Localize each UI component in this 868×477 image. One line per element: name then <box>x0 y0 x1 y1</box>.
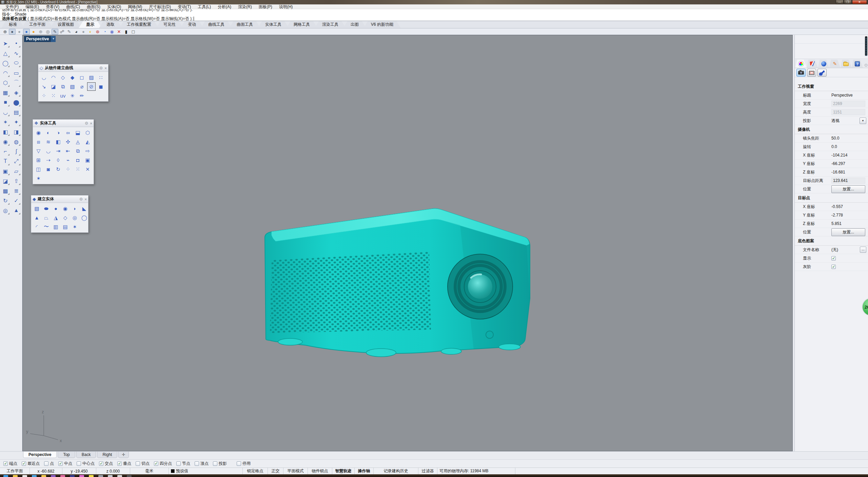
palette-title-bar[interactable]: ❖ 实体工具 ⚙ × <box>33 120 94 127</box>
palette-tool-icon[interactable]: ▽ <box>34 147 43 155</box>
sidebar-tool-icon[interactable]: ≣ <box>12 186 21 195</box>
menu-item[interactable]: 工具(L) <box>194 4 214 9</box>
palette-tool-icon[interactable]: ↻ <box>54 165 62 173</box>
palette-tool-icon[interactable]: ⁙ <box>74 165 82 173</box>
osnap-checkbox[interactable] <box>44 461 48 466</box>
viewport-properties-button[interactable] <box>796 69 806 77</box>
panel-row[interactable]: 显示 ▼ <box>795 254 868 263</box>
display-mode-icon[interactable]: ☍ <box>59 29 65 35</box>
palette-tool-icon[interactable]: ⇢ <box>44 156 53 164</box>
sidebar-tool-icon[interactable]: ⬡ <box>1 78 10 87</box>
palette-tool-icon[interactable]: ⁘ <box>40 91 48 100</box>
viewport-title-tab[interactable]: Perspective ▼ <box>24 36 56 42</box>
osnap-checkbox[interactable] <box>213 461 217 466</box>
panel-row[interactable]: 位置 放置... ▼ <box>795 185 868 193</box>
status-pane[interactable]: z 0.000 <box>96 468 130 474</box>
browse-button[interactable]: ... <box>860 247 866 253</box>
palette-tool-icon[interactable]: ▥ <box>52 223 60 231</box>
palette-create-solids[interactable]: ◆ 建立实体 ⚙ × ▧⬬●◉◗◣▲⏢◮◇◎◯◜〜▥▤✶ <box>31 195 88 233</box>
sidebar-tool-icon[interactable]: ➤ <box>1 39 10 48</box>
viewport-menu-arrow-icon[interactable]: ▼ <box>51 36 56 42</box>
status-pane[interactable]: 毫米 <box>130 468 169 474</box>
panel-row[interactable]: 底色图案 ▼ <box>795 236 868 246</box>
toolbar-tab[interactable]: 工作平面 <box>22 21 53 28</box>
palette-tool-icon[interactable]: ⬡ <box>83 128 92 137</box>
panel-row[interactable]: X 座标 -0.557 ▼ <box>795 203 868 211</box>
osnap-checkbox[interactable] <box>22 461 26 466</box>
panel-row[interactable]: 位置 放置... ▼ <box>795 228 868 236</box>
palette-tool-icon[interactable]: 〜 <box>42 223 51 231</box>
sidebar-tool-icon[interactable]: ◨ <box>12 127 21 136</box>
sidebar-tool-icon[interactable]: ∫ <box>12 147 21 156</box>
palette-tool-icon[interactable]: ⁘ <box>64 165 72 173</box>
palette-tool-icon[interactable]: ◉ <box>34 128 43 137</box>
display-mode-icon[interactable]: ◉ <box>108 29 115 35</box>
palette-tool-icon[interactable]: ≋ <box>44 138 53 146</box>
palette-tool-icon[interactable]: ▧ <box>68 82 77 91</box>
taskbar-icon[interactable] <box>70 475 75 477</box>
panel-row[interactable]: 摄像机 ▼ <box>795 125 868 134</box>
tab-files[interactable] <box>841 60 852 68</box>
palette-tool-icon[interactable]: ◣ <box>80 204 88 213</box>
display-mode-icon[interactable]: ✕ <box>116 29 122 35</box>
palette-tool-icon[interactable]: ◑ <box>54 128 62 137</box>
sidebar-tool-icon[interactable]: ⇧ <box>12 177 21 185</box>
palette-tool-icon[interactable]: ⊘ <box>87 82 96 91</box>
panel-checkbox[interactable] <box>831 265 836 269</box>
palette-tool-icon[interactable]: ⇨ <box>83 147 92 155</box>
sidebar-tool-icon[interactable]: ↻ <box>1 196 10 205</box>
status-pane[interactable]: x -60.682 <box>30 468 62 474</box>
panel-row[interactable]: 目标点 ▼ <box>795 193 868 203</box>
panel-row[interactable]: 标题 Perspective ▼ <box>795 91 868 100</box>
osnap-checkbox[interactable] <box>77 461 81 466</box>
sidebar-tool-icon[interactable]: ◈ <box>12 88 21 97</box>
sidebar-tool-icon[interactable]: ⌐ <box>1 147 10 156</box>
toolbar-tab[interactable]: 渲染工具 <box>315 21 346 28</box>
sidebar-tool-icon[interactable]: ▲ <box>12 206 21 215</box>
menu-item[interactable]: 查看(V) <box>42 4 63 9</box>
toolbar-tab[interactable]: V6 的新功能 <box>363 21 401 28</box>
palette-tool-icon[interactable]: ▣ <box>83 156 92 164</box>
dock-scrollbar[interactable] <box>865 36 867 56</box>
palette-tool-icon[interactable]: ✶ <box>34 174 43 183</box>
palette-title-bar[interactable]: ◇ 从物件建立曲线 ⚙ × <box>38 64 108 72</box>
palette-tool-icon[interactable]: ◙ <box>44 165 53 173</box>
panel-row[interactable]: 灰阶 ▼ <box>795 263 868 271</box>
taskbar-icon[interactable] <box>108 475 113 477</box>
osnap-toggle[interactable]: 交点 <box>99 461 113 466</box>
palette-tool-icon[interactable]: ⧉ <box>74 147 82 155</box>
viewport-tab[interactable]: ✛ <box>118 452 129 458</box>
display-mode-icon[interactable]: ✎ <box>66 29 73 35</box>
toolbar-tab[interactable]: 选取 <box>99 21 122 28</box>
palette-tool-icon[interactable]: ◭ <box>83 138 92 146</box>
menu-item[interactable]: 渲染(R) <box>235 4 255 9</box>
palette-tool-icon[interactable]: ✶ <box>71 223 79 231</box>
palette-tool-icon[interactable]: ⇥ <box>54 147 62 155</box>
capture-badge[interactable]: 26 <box>862 297 868 317</box>
panel-row[interactable]: 投影 透视 ▼ <box>795 117 868 125</box>
osnap-checkbox[interactable] <box>99 461 103 466</box>
palette-tool-icon[interactable]: ◪ <box>49 82 58 91</box>
tab-help[interactable]: ? <box>852 60 863 68</box>
panel-row[interactable]: 旋转 0.0 ▼ <box>795 143 868 151</box>
osnap-toggle[interactable]: 中心点 <box>77 461 95 466</box>
palette-tool-icon[interactable]: ◼ <box>97 82 105 91</box>
osnap-toggle[interactable]: 投影 <box>213 461 227 466</box>
status-toggle[interactable]: 锁定格点 <box>243 468 268 474</box>
palette-tool-icon[interactable]: ◡ <box>44 147 53 155</box>
palette-tool-icon[interactable]: ▨ <box>87 73 96 82</box>
command-prompt[interactable]: 选择着色设置 ( 显示模式(D)=着色模式 显示曲线(R)=否 显示框线(A)=… <box>2 16 194 21</box>
sidebar-tool-icon[interactable]: ▣ <box>1 167 10 175</box>
sidebar-tool-icon[interactable]: ⌒ <box>12 78 21 87</box>
status-toggle[interactable]: 智慧轨迹 <box>332 468 355 474</box>
palette-tool-icon[interactable]: ◇ <box>61 213 70 222</box>
menu-item[interactable]: 网格(M) <box>124 4 145 9</box>
sidebar-tool-icon[interactable]: ◯ <box>1 59 10 67</box>
panel-row[interactable]: Z 座标 5.851 ▼ <box>795 220 868 228</box>
taskbar-icon[interactable] <box>89 475 94 477</box>
toolbar-tab[interactable]: 标准 <box>1 21 24 28</box>
display-mode-icon[interactable]: ⊛ <box>94 29 101 35</box>
gear-icon[interactable]: ⚙ <box>99 66 103 70</box>
palette-tool-icon[interactable]: ◜ <box>33 223 41 231</box>
perspective-viewport[interactable]: z y x Perspective ▼ ◇ 从物件建立曲线 ⚙ × ◡◠◇◆◻▨… <box>22 35 793 451</box>
